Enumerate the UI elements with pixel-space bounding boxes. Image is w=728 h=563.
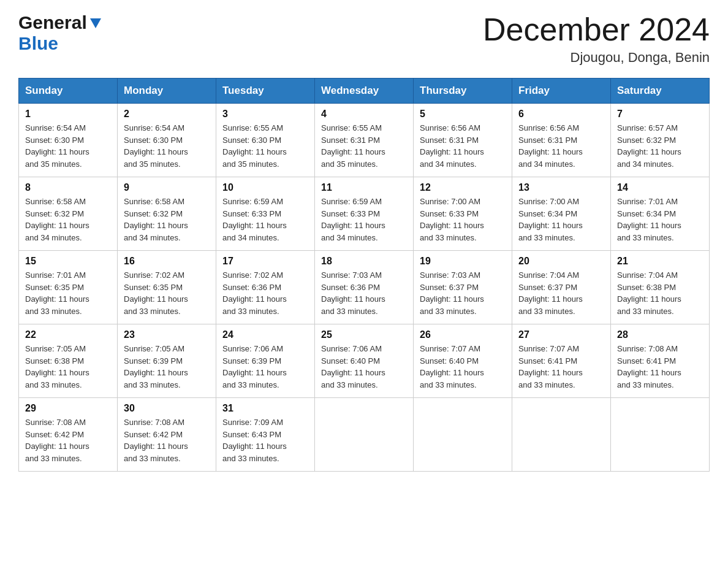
- table-row: 13Sunrise: 7:00 AMSunset: 6:34 PMDayligh…: [512, 177, 611, 251]
- day-number: 24: [222, 329, 308, 340]
- table-row: [414, 398, 512, 472]
- day-info: Sunrise: 6:59 AMSunset: 6:33 PMDaylight:…: [321, 196, 407, 243]
- day-number: 26: [420, 329, 506, 340]
- table-row: 3Sunrise: 6:55 AMSunset: 6:30 PMDaylight…: [216, 104, 315, 177]
- day-info: Sunrise: 7:04 AMSunset: 6:38 PMDaylight:…: [617, 269, 703, 317]
- calendar-week-row: 15Sunrise: 7:01 AMSunset: 6:35 PMDayligh…: [19, 251, 710, 324]
- day-number: 5: [420, 109, 506, 120]
- table-row: 31Sunrise: 7:09 AMSunset: 6:43 PMDayligh…: [216, 398, 315, 472]
- day-info: Sunrise: 6:58 AMSunset: 6:32 PMDaylight:…: [124, 196, 210, 243]
- day-info: Sunrise: 6:55 AMSunset: 6:31 PMDaylight:…: [321, 122, 407, 170]
- logo: General Blue: [18, 12, 102, 54]
- page-header: General Blue December 2024 Djougou, Dong…: [18, 12, 710, 66]
- table-row: 18Sunrise: 7:03 AMSunset: 6:36 PMDayligh…: [315, 251, 414, 324]
- calendar-week-row: 8Sunrise: 6:58 AMSunset: 6:32 PMDaylight…: [19, 177, 710, 251]
- title-block: December 2024 Djougou, Donga, Benin: [483, 12, 710, 66]
- day-info: Sunrise: 7:06 AMSunset: 6:40 PMDaylight:…: [321, 343, 407, 391]
- day-number: 29: [25, 403, 111, 414]
- table-row: 24Sunrise: 7:06 AMSunset: 6:39 PMDayligh…: [216, 324, 315, 398]
- day-number: 14: [617, 182, 703, 193]
- day-number: 18: [321, 256, 407, 267]
- table-row: 23Sunrise: 7:05 AMSunset: 6:39 PMDayligh…: [118, 324, 216, 398]
- day-info: Sunrise: 7:04 AMSunset: 6:37 PMDaylight:…: [518, 269, 604, 317]
- day-info: Sunrise: 7:02 AMSunset: 6:36 PMDaylight:…: [222, 269, 308, 317]
- calendar-week-row: 29Sunrise: 7:08 AMSunset: 6:42 PMDayligh…: [19, 398, 710, 472]
- table-row: 22Sunrise: 7:05 AMSunset: 6:38 PMDayligh…: [19, 324, 118, 398]
- day-number: 15: [25, 256, 111, 267]
- day-info: Sunrise: 6:56 AMSunset: 6:31 PMDaylight:…: [518, 122, 604, 170]
- table-row: 29Sunrise: 7:08 AMSunset: 6:42 PMDayligh…: [19, 398, 118, 472]
- day-number: 8: [25, 182, 111, 193]
- day-number: 2: [124, 109, 210, 120]
- table-row: 16Sunrise: 7:02 AMSunset: 6:35 PMDayligh…: [118, 251, 216, 324]
- logo-blue: Blue: [18, 33, 58, 54]
- day-info: Sunrise: 7:00 AMSunset: 6:33 PMDaylight:…: [420, 196, 506, 243]
- day-number: 21: [617, 256, 703, 267]
- day-number: 7: [617, 109, 703, 120]
- table-row: [512, 398, 611, 472]
- table-row: 14Sunrise: 7:01 AMSunset: 6:34 PMDayligh…: [611, 177, 710, 251]
- table-row: 28Sunrise: 7:08 AMSunset: 6:41 PMDayligh…: [611, 324, 710, 398]
- table-row: 26Sunrise: 7:07 AMSunset: 6:40 PMDayligh…: [414, 324, 512, 398]
- table-row: 1Sunrise: 6:54 AMSunset: 6:30 PMDaylight…: [19, 104, 118, 177]
- day-info: Sunrise: 6:56 AMSunset: 6:31 PMDaylight:…: [420, 122, 506, 170]
- col-saturday: Saturday: [611, 79, 710, 104]
- location-title: Djougou, Donga, Benin: [483, 50, 710, 66]
- day-number: 1: [25, 109, 111, 120]
- day-info: Sunrise: 7:01 AMSunset: 6:35 PMDaylight:…: [25, 269, 111, 317]
- day-info: Sunrise: 7:09 AMSunset: 6:43 PMDaylight:…: [222, 416, 308, 464]
- day-info: Sunrise: 6:54 AMSunset: 6:30 PMDaylight:…: [124, 122, 210, 170]
- calendar-week-row: 1Sunrise: 6:54 AMSunset: 6:30 PMDaylight…: [19, 104, 710, 177]
- day-number: 6: [518, 109, 604, 120]
- col-tuesday: Tuesday: [216, 79, 315, 104]
- day-number: 17: [222, 256, 308, 267]
- table-row: 17Sunrise: 7:02 AMSunset: 6:36 PMDayligh…: [216, 251, 315, 324]
- day-info: Sunrise: 7:02 AMSunset: 6:35 PMDaylight:…: [124, 269, 210, 317]
- day-number: 11: [321, 182, 407, 193]
- day-info: Sunrise: 7:07 AMSunset: 6:40 PMDaylight:…: [420, 343, 506, 391]
- day-number: 16: [124, 256, 210, 267]
- day-number: 31: [222, 403, 308, 414]
- day-info: Sunrise: 7:01 AMSunset: 6:34 PMDaylight:…: [617, 196, 703, 243]
- calendar-table: Sunday Monday Tuesday Wednesday Thursday…: [18, 78, 710, 472]
- table-row: 9Sunrise: 6:58 AMSunset: 6:32 PMDaylight…: [118, 177, 216, 251]
- table-row: 10Sunrise: 6:59 AMSunset: 6:33 PMDayligh…: [216, 177, 315, 251]
- col-sunday: Sunday: [19, 79, 118, 104]
- table-row: 27Sunrise: 7:07 AMSunset: 6:41 PMDayligh…: [512, 324, 611, 398]
- day-number: 22: [25, 329, 111, 340]
- table-row: 25Sunrise: 7:06 AMSunset: 6:40 PMDayligh…: [315, 324, 414, 398]
- day-number: 27: [518, 329, 604, 340]
- logo-triangle-icon: [89, 16, 102, 29]
- day-number: 9: [124, 182, 210, 193]
- day-info: Sunrise: 7:06 AMSunset: 6:39 PMDaylight:…: [222, 343, 308, 391]
- col-friday: Friday: [512, 79, 611, 104]
- day-info: Sunrise: 7:03 AMSunset: 6:37 PMDaylight:…: [420, 269, 506, 317]
- table-row: 8Sunrise: 6:58 AMSunset: 6:32 PMDaylight…: [19, 177, 118, 251]
- day-info: Sunrise: 7:05 AMSunset: 6:38 PMDaylight:…: [25, 343, 111, 391]
- day-info: Sunrise: 6:57 AMSunset: 6:32 PMDaylight:…: [617, 122, 703, 170]
- day-info: Sunrise: 7:00 AMSunset: 6:34 PMDaylight:…: [518, 196, 604, 243]
- table-row: 2Sunrise: 6:54 AMSunset: 6:30 PMDaylight…: [118, 104, 216, 177]
- logo-general: General: [18, 12, 87, 33]
- calendar-header-row: Sunday Monday Tuesday Wednesday Thursday…: [19, 79, 710, 104]
- day-info: Sunrise: 7:08 AMSunset: 6:42 PMDaylight:…: [124, 416, 210, 464]
- day-number: 4: [321, 109, 407, 120]
- table-row: 12Sunrise: 7:00 AMSunset: 6:33 PMDayligh…: [414, 177, 512, 251]
- month-title: December 2024: [483, 12, 710, 47]
- table-row: [315, 398, 414, 472]
- day-number: 23: [124, 329, 210, 340]
- table-row: 11Sunrise: 6:59 AMSunset: 6:33 PMDayligh…: [315, 177, 414, 251]
- day-number: 28: [617, 329, 703, 340]
- day-info: Sunrise: 6:59 AMSunset: 6:33 PMDaylight:…: [222, 196, 308, 243]
- table-row: 20Sunrise: 7:04 AMSunset: 6:37 PMDayligh…: [512, 251, 611, 324]
- svg-marker-0: [90, 18, 101, 28]
- col-wednesday: Wednesday: [315, 79, 414, 104]
- day-info: Sunrise: 7:07 AMSunset: 6:41 PMDaylight:…: [518, 343, 604, 391]
- day-info: Sunrise: 7:03 AMSunset: 6:36 PMDaylight:…: [321, 269, 407, 317]
- day-number: 12: [420, 182, 506, 193]
- table-row: [611, 398, 710, 472]
- col-thursday: Thursday: [414, 79, 512, 104]
- table-row: 19Sunrise: 7:03 AMSunset: 6:37 PMDayligh…: [414, 251, 512, 324]
- table-row: 21Sunrise: 7:04 AMSunset: 6:38 PMDayligh…: [611, 251, 710, 324]
- table-row: 4Sunrise: 6:55 AMSunset: 6:31 PMDaylight…: [315, 104, 414, 177]
